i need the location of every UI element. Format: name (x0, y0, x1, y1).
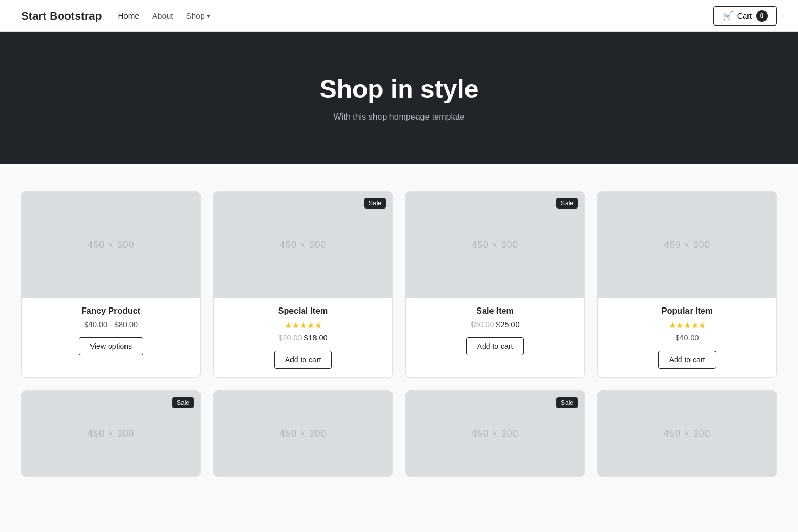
original-price: $20.00 (278, 334, 302, 342)
product-price: $20.00$18.00 (222, 334, 384, 342)
product-card: 450 × 300Fancy Product$40.00 - $80.00Vie… (21, 191, 201, 378)
product-image-wrap: 450 × 300Sale (406, 391, 584, 476)
nav-about[interactable]: About (152, 11, 173, 20)
navbar-brand[interactable]: Start Bootstrap (21, 10, 102, 22)
image-placeholder: 450 × 300 (472, 239, 519, 251)
hero-title: Shop in style (21, 74, 777, 104)
image-placeholder: 450 × 300 (664, 239, 711, 251)
product-price: $40.00 - $80.00 (30, 320, 192, 329)
navbar: Start Bootstrap Home About Shop 🛒 Cart 0 (0, 0, 798, 32)
nav-shop-dropdown[interactable]: Shop (186, 11, 210, 20)
sale-price: $18.00 (304, 334, 328, 342)
add-to-cart-button[interactable]: Add to cart (658, 351, 717, 369)
product-body: Popular Item★★★★★$40.00Add to cart (598, 298, 776, 377)
sale-badge: Sale (556, 397, 578, 408)
cart-label: Cart (737, 12, 752, 20)
view-options-button[interactable]: View options (79, 337, 143, 355)
image-placeholder: 450 × 300 (280, 239, 327, 251)
original-price: $50.00 (470, 320, 494, 329)
product-body: Special Item★★★★★$20.00$18.00Add to cart (214, 298, 392, 377)
product-name: Sale Item (414, 306, 576, 316)
product-card: 450 × 300SaleSale Item$50.00$25.00Add to… (405, 191, 585, 378)
product-price: $50.00$25.00 (414, 320, 576, 329)
product-image-wrap: 450 × 300 (598, 391, 776, 476)
hero-section: Shop in style With this shop hompeage te… (0, 32, 798, 164)
sale-price: $25.00 (496, 320, 520, 329)
star-rating: ★★★★★ (222, 320, 384, 330)
cart-count: 0 (756, 10, 768, 22)
sale-badge: Sale (172, 397, 194, 408)
add-to-cart-button[interactable]: Add to cart (274, 351, 332, 369)
product-name: Special Item (222, 306, 384, 316)
cart-button[interactable]: 🛒 Cart 0 (713, 6, 777, 26)
cart-icon: 🛒 (722, 11, 733, 21)
product-price: $40.00 (606, 334, 768, 342)
product-card-row2: 450 × 300 (597, 390, 777, 477)
product-card: 450 × 300Popular Item★★★★★$40.00Add to c… (597, 191, 777, 378)
product-image-wrap: 450 × 300Sale (22, 391, 200, 476)
products-grid-row2: 450 × 300Sale450 × 300450 × 300Sale450 ×… (21, 390, 777, 477)
product-card-row2: 450 × 300 (213, 390, 393, 477)
hero-subtitle: With this shop hompeage template (21, 112, 777, 122)
product-image-wrap: 450 × 300 (598, 192, 776, 298)
product-image-wrap: 450 × 300 (22, 192, 200, 298)
product-card: 450 × 300SaleSpecial Item★★★★★$20.00$18.… (213, 191, 393, 378)
image-placeholder: 450 × 300 (472, 428, 519, 439)
sale-badge: Sale (556, 198, 578, 209)
product-card-row2: 450 × 300Sale (405, 390, 585, 477)
image-placeholder: 450 × 300 (88, 428, 135, 439)
product-image-wrap: 450 × 300 (214, 391, 392, 476)
star-rating: ★★★★★ (606, 320, 768, 330)
product-image-wrap: 450 × 300Sale (214, 192, 392, 298)
product-name: Fancy Product (30, 306, 192, 316)
product-card-row2: 450 × 300Sale (21, 390, 201, 477)
nav-links: Home About Shop (118, 11, 713, 20)
sale-badge: Sale (364, 198, 386, 209)
product-name: Popular Item (606, 306, 768, 316)
image-placeholder: 450 × 300 (664, 428, 711, 439)
products-section: 450 × 300Fancy Product$40.00 - $80.00Vie… (0, 164, 798, 503)
product-body: Sale Item$50.00$25.00Add to cart (406, 298, 584, 364)
products-grid: 450 × 300Fancy Product$40.00 - $80.00Vie… (21, 191, 777, 378)
product-image-wrap: 450 × 300Sale (406, 192, 584, 298)
image-placeholder: 450 × 300 (280, 428, 327, 439)
product-body: Fancy Product$40.00 - $80.00View options (22, 298, 200, 364)
add-to-cart-button[interactable]: Add to cart (466, 337, 525, 355)
image-placeholder: 450 × 300 (88, 239, 135, 251)
nav-home[interactable]: Home (118, 11, 139, 20)
